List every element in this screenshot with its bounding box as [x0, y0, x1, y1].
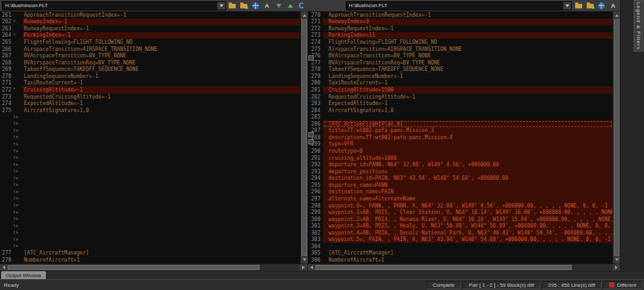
code-line[interactable]: 270ApproachTransitionRequestIndex=-1 [308, 12, 612, 19]
output-window-tab[interactable]: Output Window [1, 271, 46, 279]
filler-line[interactable]: !> [0, 134, 300, 141]
recompare-button[interactable] [297, 1, 307, 10]
scroll-right-button[interactable] [299, 264, 307, 271]
code-line[interactable]: 295departure_name=PANN [308, 182, 612, 189]
browse-left-folder-button[interactable] [239, 1, 249, 10]
scrollbar-thumb[interactable] [614, 19, 620, 256]
code-line[interactable]: 280TaxiRouteCurrent=-1 [308, 80, 612, 87]
code-line[interactable]: 279LandingSequenceNumber=-1 [308, 73, 612, 80]
code-line[interactable]: 294destination_id=PAIN, N63° 43.94', W14… [308, 175, 612, 182]
code-line[interactable]: 275AirspaceTransition=AIRSPACE_TRANSITIO… [308, 46, 612, 53]
filler-line[interactable]: !> [0, 222, 300, 229]
open-left-file-button[interactable] [227, 1, 238, 10]
scrollbar-thumb[interactable] [8, 265, 260, 270]
scroll-up-button[interactable] [613, 12, 620, 19]
right-file-pane[interactable]: 270ApproachTransitionRequestIndex=-1271R… [308, 12, 612, 264]
diff-block-marker-icon[interactable] [308, 55, 314, 61]
scroll-down-button[interactable] [301, 256, 308, 264]
diff-block-marker-icon[interactable] [308, 132, 314, 137]
scroll-left-button[interactable] [308, 264, 316, 271]
code-line[interactable]: 293departure_position= [308, 168, 612, 175]
code-line[interactable]: 290routetype=0 [308, 148, 612, 155]
code-line[interactable]: 274ExpectedAltitude=-1 [0, 100, 300, 107]
right-file-dropdown-button[interactable] [563, 2, 571, 10]
filler-line[interactable]: !> [0, 161, 300, 168]
code-line[interactable]: 273RequestedCruisingAltitude=-1 [0, 93, 300, 101]
filler-line[interactable]: !> [0, 128, 300, 135]
code-line[interactable]: 270LandingSequenceNumber=-1 [0, 73, 300, 80]
filler-line[interactable]: !> [0, 209, 300, 216]
code-line[interactable]: 305[ATC_AircraftManager] [308, 250, 612, 257]
scroll-left-button[interactable] [0, 264, 8, 271]
code-line[interactable]: 286[ATC_ActiveFlightPlan.0] [308, 121, 612, 128]
code-line[interactable]: 299waypoint.1=AB, POI5, , Clear Station,… [308, 209, 612, 216]
code-line[interactable]: 283ExpectedAltitude=-1 [308, 100, 612, 107]
left-horizontal-scrollbar[interactable] [0, 264, 308, 271]
filler-line[interactable]: !> [0, 216, 300, 223]
filler-line[interactable]: !> [0, 189, 300, 196]
filler-line[interactable]: !> [0, 175, 300, 182]
code-line[interactable]: 291cruising_altitude=1000 [308, 155, 612, 162]
right-web-button[interactable] [596, 1, 607, 10]
left-vertical-scrollbar[interactable] [300, 12, 308, 264]
code-line[interactable]: 292departure_id=PANN, N64° 32.88', W149°… [308, 161, 612, 168]
browse-right-folder-button[interactable] [585, 1, 595, 10]
left-file-combobox[interactable]: H:\Bush\incorr.FLT [2, 1, 226, 10]
code-line[interactable]: 265FlightFollowing=FLIGHT_FOLLOWING_NO [0, 39, 300, 46]
code-line[interactable]: 262*RunwayIndex=-1 [0, 19, 300, 26]
code-line[interactable]: 268BVAirspaceTransitionReq=BV_TYPE_NONE [0, 59, 300, 66]
code-line[interactable]: 285 [308, 113, 612, 121]
code-line[interactable]: 272RunwayRequestIndex=-1 [308, 25, 612, 32]
code-line[interactable]: 272*CruisingAltitude=-1 [0, 86, 300, 93]
filler-line[interactable]: !> [0, 113, 300, 121]
code-line[interactable]: 281CruisingAltitude=1500 [308, 86, 612, 93]
scroll-down-button[interactable] [613, 256, 620, 264]
prev-diff-button[interactable] [285, 1, 296, 10]
filler-line[interactable]: !> [0, 202, 300, 209]
code-line[interactable]: 271RunwayIndex=3 [308, 19, 612, 26]
code-line[interactable]: 271TaxiRouteCurrent=-1 [0, 80, 300, 87]
code-line[interactable]: 301waypoint.3=AB, POI5, , Healy, U, N63°… [308, 222, 612, 229]
code-line[interactable]: 278NumberofAircraft=1 [0, 256, 300, 264]
code-line[interactable]: 284AircraftSignature=1,0 [308, 107, 612, 114]
code-line[interactable]: 300waypoint.2=AB, POI4, , Nenana River, … [308, 216, 612, 223]
code-line[interactable]: 277BVAirspaceTransitionReq=BV_TYPE_NONE [308, 59, 612, 66]
filler-line[interactable]: !> [0, 229, 300, 237]
code-line[interactable]: 273ParkingIndex=11 [308, 32, 612, 39]
left-file-dropdown-button[interactable] [217, 2, 225, 10]
right-file-combobox[interactable]: H:\Bush\corr.FLT [346, 1, 572, 10]
left-web-button[interactable] [251, 1, 261, 10]
code-line[interactable]: 274FlightFollowing=FLIGHT_FOLLOWING_NO [308, 39, 612, 46]
filler-line[interactable]: !> [0, 121, 300, 128]
code-line[interactable]: 287title=TT:wt002-pafa-panc.Mission.3 [308, 128, 612, 135]
code-line[interactable]: 264*ParkingIndex=-1 [0, 32, 300, 39]
left-font-button[interactable]: A [262, 1, 272, 10]
code-line[interactable]: 266AirspaceTransition=AIRSPACE_TRANSITIO… [0, 46, 300, 53]
code-line[interactable]: 302waypoint.4=AB, POI6, , Denali Nationa… [308, 229, 612, 237]
filler-line[interactable]: !> [0, 237, 300, 244]
code-line[interactable]: 306NumberofAircraft=1 [308, 256, 612, 264]
filler-line[interactable]: !> [0, 155, 300, 162]
code-line[interactable]: 288description=TT:wt002-pafa-panc.Missio… [308, 134, 612, 141]
filler-line[interactable]: !> [0, 168, 300, 175]
right-font-button[interactable]: A [608, 1, 618, 10]
next-diff-button[interactable] [274, 1, 284, 10]
scrollbar-thumb[interactable] [316, 265, 572, 270]
code-line[interactable]: 275AircraftSignature=1,0 [0, 107, 300, 114]
scroll-up-button[interactable] [301, 12, 308, 19]
code-line[interactable]: 278TakeoffSequence=TAKEOFF_SEQUENCE_NONE [308, 66, 612, 73]
code-line[interactable]: 277[ATC_AircraftManager] [0, 250, 300, 257]
filler-line[interactable]: !> [0, 195, 300, 202]
filler-line[interactable]: !> [0, 243, 300, 250]
right-horizontal-scrollbar[interactable] [308, 264, 620, 271]
code-line[interactable]: 304 [308, 243, 612, 250]
filler-line[interactable]: !> [0, 182, 300, 189]
code-line[interactable]: 261ApproachTransitionRequestIndex=-1 [0, 12, 300, 19]
left-file-pane[interactable]: 261ApproachTransitionRequestIndex=-1262*… [0, 12, 300, 264]
legend-filters-tab[interactable]: Legend & Filters [634, 0, 643, 52]
code-line[interactable]: 263RunwayRequestIndex=-1 [0, 25, 300, 32]
code-line[interactable]: 298waypoint.0=, PANN, , PANN, A, N64° 32… [308, 202, 612, 209]
code-line[interactable]: 269TakeoffSequence=TAKEOFF_SEQUENCE_NONE [0, 66, 300, 73]
scrollbar-thumb[interactable] [301, 19, 307, 256]
code-line[interactable]: 289type=VFR [308, 141, 612, 148]
